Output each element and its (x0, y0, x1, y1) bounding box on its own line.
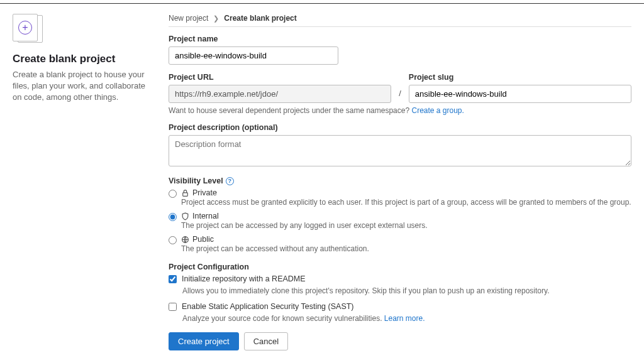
visibility-option-public: Public The project can be accessed witho… (169, 235, 631, 254)
svg-rect-0 (183, 192, 188, 195)
sast-description: Analyze your source code for known secur… (182, 313, 631, 323)
visibility-desc-internal: The project can be accessed by any logge… (181, 220, 631, 231)
sast-learn-more-link[interactable]: Learn more. (384, 314, 425, 323)
visibility-title-private: Private (192, 188, 217, 197)
project-description-input[interactable] (169, 135, 631, 166)
visibility-option-private: Private Project access must be granted e… (169, 188, 631, 207)
visibility-desc-private: Project access must be granted explicitl… (181, 197, 631, 207)
readme-label: Initialize repository with a README (182, 274, 306, 283)
sast-checkbox[interactable] (169, 303, 177, 311)
visibility-radio-private[interactable] (169, 190, 177, 198)
breadcrumb-current: Create blank project (224, 14, 296, 23)
page-container: + Create blank project Create a blank pr… (0, 4, 644, 358)
visibility-option-internal: Internal The project can be accessed by … (169, 212, 631, 231)
readme-option: Initialize repository with a README (169, 274, 631, 283)
project-name-input[interactable] (169, 46, 338, 65)
project-description-label: Project description (optional) (169, 123, 631, 132)
help-icon[interactable]: ? (226, 177, 234, 185)
visibility-title-internal: Internal (192, 212, 219, 220)
url-slash: / (399, 89, 401, 103)
breadcrumb-parent[interactable]: New project (169, 14, 208, 23)
form-column: New project ❯ Create blank project Proje… (169, 14, 631, 350)
lock-icon (181, 189, 189, 197)
sast-option: Enable Static Application Security Testi… (169, 302, 631, 311)
sidebar-title: Create blank project (13, 53, 151, 65)
divider (169, 26, 631, 27)
new-project-icon: + (13, 14, 43, 44)
sidebar-description: Create a blank project to house your fil… (13, 69, 151, 104)
project-slug-label: Project slug (409, 73, 631, 82)
project-slug-input[interactable] (409, 85, 631, 103)
globe-icon (181, 236, 189, 244)
visibility-radio-internal[interactable] (169, 213, 177, 221)
visibility-radio-public[interactable] (169, 236, 177, 244)
visibility-desc-public: The project can be accessed without any … (181, 244, 631, 254)
readme-checkbox[interactable] (169, 275, 177, 283)
visibility-level-label: Visibility Level ? (169, 176, 631, 185)
breadcrumb: New project ❯ Create blank project (169, 14, 631, 23)
readme-description: Allows you to immediately clone this pro… (182, 286, 631, 296)
cancel-button[interactable]: Cancel (244, 332, 288, 350)
visibility-title-public: Public (192, 235, 214, 244)
button-row: Create project Cancel (169, 332, 631, 350)
sast-label: Enable Static Application Security Testi… (182, 302, 354, 311)
chevron-right-icon: ❯ (213, 14, 219, 23)
namespace-hint: Want to house several dependent projects… (169, 106, 631, 115)
project-name-label: Project name (169, 35, 631, 43)
shield-icon (181, 212, 189, 220)
left-sidebar: + Create blank project Create a blank pr… (13, 14, 151, 350)
project-url-label: Project URL (169, 73, 391, 82)
create-project-button[interactable]: Create project (169, 332, 239, 350)
project-configuration-label: Project Configuration (169, 263, 631, 271)
create-group-link[interactable]: Create a group. (411, 106, 464, 115)
project-url-input[interactable] (169, 85, 391, 103)
